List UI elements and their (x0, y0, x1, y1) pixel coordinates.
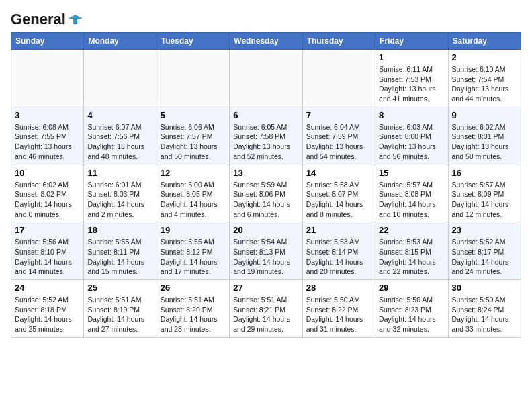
day-info: Sunrise: 6:01 AMSunset: 8:03 PMDaylight:… (87, 180, 152, 220)
day-info: Sunrise: 6:08 AMSunset: 7:55 PMDaylight:… (15, 122, 80, 162)
calendar-cell: 22Sunrise: 5:53 AMSunset: 8:15 PMDayligh… (375, 222, 448, 280)
calendar-cell: 21Sunrise: 5:53 AMSunset: 8:14 PMDayligh… (302, 222, 375, 280)
calendar-cell: 8Sunrise: 6:03 AMSunset: 8:00 PMDaylight… (375, 107, 448, 165)
day-number: 24 (15, 283, 80, 293)
day-number: 21 (306, 225, 371, 235)
day-info: Sunrise: 5:57 AMSunset: 8:09 PMDaylight:… (452, 180, 517, 220)
day-info: Sunrise: 6:04 AMSunset: 7:59 PMDaylight:… (306, 122, 371, 162)
calendar-cell: 1Sunrise: 6:11 AMSunset: 7:53 PMDaylight… (375, 50, 448, 107)
day-info: Sunrise: 6:00 AMSunset: 8:05 PMDaylight:… (161, 180, 226, 220)
col-header-monday: Monday (84, 33, 157, 50)
day-number: 15 (379, 168, 444, 178)
day-number: 8 (379, 110, 444, 120)
day-number: 4 (87, 110, 152, 120)
calendar-cell: 24Sunrise: 5:52 AMSunset: 8:18 PMDayligh… (11, 280, 84, 338)
calendar-cell: 14Sunrise: 5:58 AMSunset: 8:07 PMDayligh… (302, 165, 375, 222)
page-header: General (11, 11, 521, 26)
calendar-cell: 12Sunrise: 6:00 AMSunset: 8:05 PMDayligh… (157, 165, 229, 222)
calendar-cell: 19Sunrise: 5:55 AMSunset: 8:12 PMDayligh… (157, 222, 229, 280)
day-info: Sunrise: 5:55 AMSunset: 8:11 PMDaylight:… (87, 237, 152, 277)
day-number: 25 (87, 283, 152, 293)
day-info: Sunrise: 6:07 AMSunset: 7:56 PMDaylight:… (87, 122, 152, 162)
calendar-cell (157, 50, 229, 107)
calendar-cell: 4Sunrise: 6:07 AMSunset: 7:56 PMDaylight… (84, 107, 157, 165)
day-number: 7 (306, 110, 371, 120)
day-number: 16 (452, 168, 517, 178)
day-number: 12 (161, 168, 226, 178)
day-info: Sunrise: 5:51 AMSunset: 8:19 PMDaylight:… (87, 295, 152, 334)
day-info: Sunrise: 5:56 AMSunset: 8:10 PMDaylight:… (15, 237, 80, 277)
day-info: Sunrise: 6:03 AMSunset: 8:00 PMDaylight:… (379, 122, 444, 162)
calendar-cell: 28Sunrise: 5:50 AMSunset: 8:22 PMDayligh… (302, 280, 375, 338)
logo: General (11, 11, 83, 26)
calendar-cell: 16Sunrise: 5:57 AMSunset: 8:09 PMDayligh… (448, 165, 521, 222)
day-info: Sunrise: 6:02 AMSunset: 8:01 PMDaylight:… (452, 122, 517, 162)
calendar-week-3: 10Sunrise: 6:02 AMSunset: 8:02 PMDayligh… (11, 165, 521, 222)
day-number: 28 (306, 283, 371, 293)
day-info: Sunrise: 5:53 AMSunset: 8:14 PMDaylight:… (306, 237, 371, 277)
calendar-cell: 20Sunrise: 5:54 AMSunset: 8:13 PMDayligh… (230, 222, 302, 280)
calendar-cell (302, 50, 375, 107)
day-number: 18 (87, 225, 152, 235)
day-info: Sunrise: 5:52 AMSunset: 8:17 PMDaylight:… (452, 237, 517, 277)
col-header-saturday: Saturday (448, 33, 521, 50)
calendar-cell: 29Sunrise: 5:50 AMSunset: 8:23 PMDayligh… (375, 280, 448, 338)
day-info: Sunrise: 5:51 AMSunset: 8:21 PMDaylight:… (233, 295, 298, 334)
calendar-cell: 5Sunrise: 6:06 AMSunset: 7:57 PMDaylight… (157, 107, 229, 165)
calendar-cell (11, 50, 84, 107)
calendar-cell: 13Sunrise: 5:59 AMSunset: 8:06 PMDayligh… (230, 165, 302, 222)
day-number: 9 (452, 110, 517, 120)
logo-general: General (11, 11, 66, 28)
calendar-cell: 9Sunrise: 6:02 AMSunset: 8:01 PMDaylight… (448, 107, 521, 165)
day-number: 22 (379, 225, 444, 235)
calendar-cell (84, 50, 157, 107)
col-header-friday: Friday (375, 33, 448, 50)
calendar-cell: 2Sunrise: 6:10 AMSunset: 7:54 PMDaylight… (448, 50, 521, 107)
day-number: 11 (87, 168, 152, 178)
calendar-cell: 7Sunrise: 6:04 AMSunset: 7:59 PMDaylight… (302, 107, 375, 165)
day-info: Sunrise: 6:11 AMSunset: 7:53 PMDaylight:… (379, 64, 444, 104)
calendar-cell: 27Sunrise: 5:51 AMSunset: 8:21 PMDayligh… (230, 280, 302, 338)
calendar-cell: 23Sunrise: 5:52 AMSunset: 8:17 PMDayligh… (448, 222, 521, 280)
calendar-header-row: SundayMondayTuesdayWednesdayThursdayFrid… (11, 33, 521, 50)
day-number: 5 (161, 110, 226, 120)
day-number: 13 (233, 168, 298, 178)
day-number: 29 (379, 283, 444, 293)
day-info: Sunrise: 5:58 AMSunset: 8:07 PMDaylight:… (306, 180, 371, 220)
calendar-week-5: 24Sunrise: 5:52 AMSunset: 8:18 PMDayligh… (11, 280, 521, 338)
calendar-week-2: 3Sunrise: 6:08 AMSunset: 7:55 PMDaylight… (11, 107, 521, 165)
day-info: Sunrise: 5:59 AMSunset: 8:06 PMDaylight:… (233, 180, 298, 220)
day-info: Sunrise: 5:53 AMSunset: 8:15 PMDaylight:… (379, 237, 444, 277)
day-number: 1 (379, 52, 444, 62)
col-header-tuesday: Tuesday (157, 33, 229, 50)
day-number: 14 (306, 168, 371, 178)
day-number: 30 (452, 283, 517, 293)
day-info: Sunrise: 5:50 AMSunset: 8:22 PMDaylight:… (306, 295, 371, 334)
day-number: 23 (452, 225, 517, 235)
col-header-wednesday: Wednesday (230, 33, 302, 50)
day-info: Sunrise: 5:50 AMSunset: 8:23 PMDaylight:… (379, 295, 444, 334)
day-number: 6 (233, 110, 298, 120)
logo-bird-icon (68, 12, 83, 27)
day-info: Sunrise: 6:06 AMSunset: 7:57 PMDaylight:… (161, 122, 226, 162)
day-number: 10 (15, 168, 80, 178)
calendar-cell (230, 50, 302, 107)
calendar-cell: 10Sunrise: 6:02 AMSunset: 8:02 PMDayligh… (11, 165, 84, 222)
day-number: 17 (15, 225, 80, 235)
calendar-cell: 3Sunrise: 6:08 AMSunset: 7:55 PMDaylight… (11, 107, 84, 165)
day-info: Sunrise: 6:10 AMSunset: 7:54 PMDaylight:… (452, 64, 517, 104)
calendar-week-4: 17Sunrise: 5:56 AMSunset: 8:10 PMDayligh… (11, 222, 521, 280)
day-info: Sunrise: 5:51 AMSunset: 8:20 PMDaylight:… (161, 295, 226, 334)
day-info: Sunrise: 5:50 AMSunset: 8:24 PMDaylight:… (452, 295, 517, 334)
col-header-sunday: Sunday (11, 33, 84, 50)
calendar-cell: 11Sunrise: 6:01 AMSunset: 8:03 PMDayligh… (84, 165, 157, 222)
day-info: Sunrise: 5:54 AMSunset: 8:13 PMDaylight:… (233, 237, 298, 277)
day-number: 27 (233, 283, 298, 293)
day-number: 3 (15, 110, 80, 120)
calendar-week-1: 1Sunrise: 6:11 AMSunset: 7:53 PMDaylight… (11, 50, 521, 107)
day-number: 19 (161, 225, 226, 235)
col-header-thursday: Thursday (302, 33, 375, 50)
calendar-table: SundayMondayTuesdayWednesdayThursdayFrid… (11, 32, 521, 338)
calendar-cell: 6Sunrise: 6:05 AMSunset: 7:58 PMDaylight… (230, 107, 302, 165)
day-number: 26 (161, 283, 226, 293)
